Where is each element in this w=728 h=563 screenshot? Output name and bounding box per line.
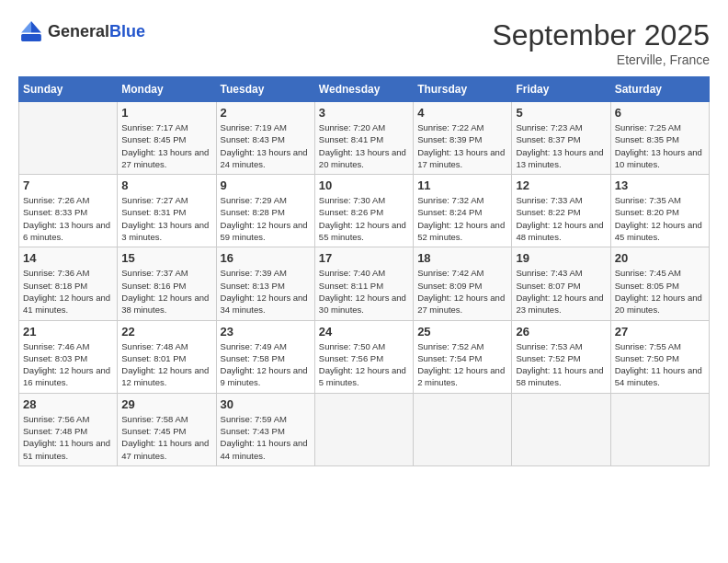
calendar-cell: 25 Sunrise: 7:52 AM Sunset: 7:54 PM Dayl…	[414, 320, 512, 393]
day-number: 2	[221, 106, 311, 120]
svg-rect-3	[21, 34, 41, 41]
day-number: 24	[319, 325, 409, 339]
day-info: Sunrise: 7:50 AM Sunset: 7:56 PM Dayligh…	[319, 340, 409, 389]
day-info: Sunrise: 7:40 AM Sunset: 8:11 PM Dayligh…	[319, 267, 409, 316]
day-info: Sunrise: 7:42 AM Sunset: 8:09 PM Dayligh…	[417, 267, 507, 316]
calendar-cell: 21 Sunrise: 7:46 AM Sunset: 8:03 PM Dayl…	[19, 320, 118, 393]
weekday-header-saturday: Saturday	[610, 77, 709, 102]
calendar-cell: 5 Sunrise: 7:23 AM Sunset: 8:37 PM Dayli…	[512, 102, 610, 175]
day-info: Sunrise: 7:39 AM Sunset: 8:13 PM Dayligh…	[221, 267, 311, 316]
day-info: Sunrise: 7:22 AM Sunset: 8:39 PM Dayligh…	[417, 121, 507, 170]
calendar-cell: 27 Sunrise: 7:55 AM Sunset: 7:50 PM Dayl…	[610, 320, 709, 393]
calendar-week-1: 1 Sunrise: 7:17 AM Sunset: 8:45 PM Dayli…	[19, 102, 710, 175]
calendar-cell	[512, 393, 610, 465]
svg-marker-2	[21, 21, 31, 32]
day-info: Sunrise: 7:20 AM Sunset: 8:41 PM Dayligh…	[319, 121, 409, 170]
day-number: 20	[615, 251, 705, 265]
calendar-cell	[19, 102, 118, 175]
day-info: Sunrise: 7:37 AM Sunset: 8:16 PM Dayligh…	[121, 267, 211, 316]
day-number: 29	[121, 397, 211, 411]
day-number: 27	[615, 325, 705, 339]
calendar-cell: 14 Sunrise: 7:36 AM Sunset: 8:18 PM Dayl…	[19, 247, 118, 320]
weekday-header-wednesday: Wednesday	[314, 77, 413, 102]
day-number: 15	[121, 251, 211, 265]
weekday-header-sunday: Sunday	[19, 77, 118, 102]
logo: GeneralBlue	[18, 18, 145, 44]
day-number: 4	[417, 106, 507, 120]
day-info: Sunrise: 7:23 AM Sunset: 8:37 PM Dayligh…	[516, 121, 606, 170]
day-number: 14	[23, 251, 113, 265]
logo-blue-text: Blue	[109, 22, 145, 40]
day-info: Sunrise: 7:19 AM Sunset: 8:43 PM Dayligh…	[221, 121, 311, 170]
day-info: Sunrise: 7:35 AM Sunset: 8:20 PM Dayligh…	[615, 194, 705, 243]
calendar-cell	[314, 393, 413, 465]
day-number: 22	[121, 325, 211, 339]
day-info: Sunrise: 7:36 AM Sunset: 8:18 PM Dayligh…	[23, 267, 113, 316]
day-info: Sunrise: 7:53 AM Sunset: 7:52 PM Dayligh…	[516, 340, 606, 389]
day-number: 26	[516, 325, 606, 339]
day-number: 17	[319, 251, 409, 265]
calendar-cell: 29 Sunrise: 7:58 AM Sunset: 7:45 PM Dayl…	[118, 393, 216, 465]
calendar-cell	[610, 393, 709, 465]
day-number: 9	[221, 178, 311, 192]
svg-marker-1	[31, 21, 41, 32]
calendar-cell: 9 Sunrise: 7:29 AM Sunset: 8:28 PM Dayli…	[216, 175, 314, 247]
calendar-week-4: 21 Sunrise: 7:46 AM Sunset: 8:03 PM Dayl…	[19, 320, 710, 393]
day-number: 6	[615, 106, 705, 120]
calendar-cell: 15 Sunrise: 7:37 AM Sunset: 8:16 PM Dayl…	[118, 247, 216, 320]
day-info: Sunrise: 7:32 AM Sunset: 8:24 PM Dayligh…	[417, 194, 507, 243]
day-info: Sunrise: 7:48 AM Sunset: 8:01 PM Dayligh…	[121, 340, 211, 389]
day-number: 8	[121, 178, 211, 192]
day-number: 21	[23, 325, 113, 339]
day-info: Sunrise: 7:25 AM Sunset: 8:35 PM Dayligh…	[615, 121, 705, 170]
page-header: GeneralBlue September 2025 Eterville, Fr…	[18, 18, 710, 67]
month-title: September 2025	[492, 18, 710, 52]
day-number: 3	[319, 106, 409, 120]
calendar-cell	[414, 393, 512, 465]
day-info: Sunrise: 7:55 AM Sunset: 7:50 PM Dayligh…	[615, 340, 705, 389]
location: Eterville, France	[492, 52, 710, 67]
day-info: Sunrise: 7:45 AM Sunset: 8:05 PM Dayligh…	[615, 267, 705, 316]
day-info: Sunrise: 7:59 AM Sunset: 7:43 PM Dayligh…	[221, 413, 311, 462]
day-info: Sunrise: 7:33 AM Sunset: 8:22 PM Dayligh…	[516, 194, 606, 243]
calendar-cell: 8 Sunrise: 7:27 AM Sunset: 8:31 PM Dayli…	[118, 175, 216, 247]
calendar-cell: 12 Sunrise: 7:33 AM Sunset: 8:22 PM Dayl…	[512, 175, 610, 247]
day-info: Sunrise: 7:52 AM Sunset: 7:54 PM Dayligh…	[417, 340, 507, 389]
calendar-cell: 1 Sunrise: 7:17 AM Sunset: 8:45 PM Dayli…	[118, 102, 216, 175]
calendar-cell: 23 Sunrise: 7:49 AM Sunset: 7:58 PM Dayl…	[216, 320, 314, 393]
calendar-cell: 30 Sunrise: 7:59 AM Sunset: 7:43 PM Dayl…	[216, 393, 314, 465]
calendar-cell: 2 Sunrise: 7:19 AM Sunset: 8:43 PM Dayli…	[216, 102, 314, 175]
day-info: Sunrise: 7:46 AM Sunset: 8:03 PM Dayligh…	[23, 340, 113, 389]
calendar-cell: 28 Sunrise: 7:56 AM Sunset: 7:48 PM Dayl…	[19, 393, 118, 465]
day-number: 10	[319, 178, 409, 192]
day-number: 16	[221, 251, 311, 265]
day-number: 7	[23, 178, 113, 192]
logo-icon	[18, 18, 44, 44]
title-block: September 2025 Eterville, France	[492, 18, 710, 67]
day-number: 12	[516, 178, 606, 192]
day-number: 19	[516, 251, 606, 265]
calendar-cell: 17 Sunrise: 7:40 AM Sunset: 8:11 PM Dayl…	[314, 247, 413, 320]
day-number: 1	[121, 106, 211, 120]
calendar-cell: 13 Sunrise: 7:35 AM Sunset: 8:20 PM Dayl…	[610, 175, 709, 247]
day-info: Sunrise: 7:58 AM Sunset: 7:45 PM Dayligh…	[121, 413, 211, 462]
calendar-cell: 19 Sunrise: 7:43 AM Sunset: 8:07 PM Dayl…	[512, 247, 610, 320]
day-number: 30	[221, 397, 311, 411]
calendar-week-5: 28 Sunrise: 7:56 AM Sunset: 7:48 PM Dayl…	[19, 393, 710, 465]
calendar-cell: 24 Sunrise: 7:50 AM Sunset: 7:56 PM Dayl…	[314, 320, 413, 393]
day-info: Sunrise: 7:56 AM Sunset: 7:48 PM Dayligh…	[23, 413, 113, 462]
day-info: Sunrise: 7:26 AM Sunset: 8:33 PM Dayligh…	[23, 194, 113, 243]
calendar-cell: 10 Sunrise: 7:30 AM Sunset: 8:26 PM Dayl…	[314, 175, 413, 247]
calendar-cell: 6 Sunrise: 7:25 AM Sunset: 8:35 PM Dayli…	[610, 102, 709, 175]
calendar-cell: 26 Sunrise: 7:53 AM Sunset: 7:52 PM Dayl…	[512, 320, 610, 393]
day-number: 11	[417, 178, 507, 192]
day-number: 13	[615, 178, 705, 192]
day-info: Sunrise: 7:43 AM Sunset: 8:07 PM Dayligh…	[516, 267, 606, 316]
weekday-header-tuesday: Tuesday	[216, 77, 314, 102]
weekday-header-row: SundayMondayTuesdayWednesdayThursdayFrid…	[19, 77, 710, 102]
weekday-header-thursday: Thursday	[414, 77, 512, 102]
calendar-cell: 18 Sunrise: 7:42 AM Sunset: 8:09 PM Dayl…	[414, 247, 512, 320]
day-number: 25	[417, 325, 507, 339]
calendar-cell: 11 Sunrise: 7:32 AM Sunset: 8:24 PM Dayl…	[414, 175, 512, 247]
weekday-header-monday: Monday	[118, 77, 216, 102]
